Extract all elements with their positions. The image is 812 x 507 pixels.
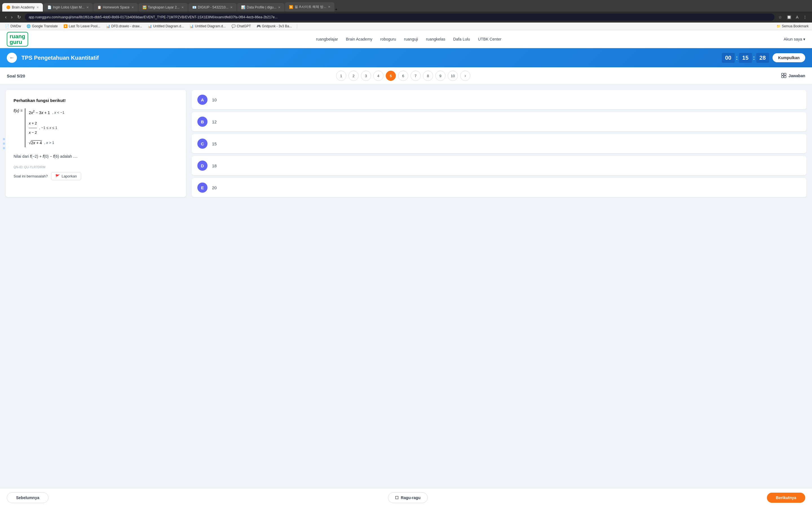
close-tab-4[interactable]: ✕: [181, 6, 184, 9]
tab-icon-1: 🟠: [6, 5, 10, 9]
nav-roboguru[interactable]: roboguru: [380, 37, 396, 41]
exam-title: TPS Pengetahuan Kuantitatif: [21, 55, 99, 61]
question-num-10[interactable]: 10: [448, 71, 458, 81]
main-content: Perhatikan fungsi berikut! f(x) = 2x2 − …: [0, 84, 812, 203]
tab-korean[interactable]: ▶️ 필 A사이트 해체 방... ✕: [285, 2, 335, 11]
forward-button[interactable]: ›: [9, 13, 14, 21]
bookmarks-folder[interactable]: 📁 Semua Bookmark: [776, 24, 809, 28]
bookmark-untitled-2[interactable]: 📊 Untitled Diagram.d...: [188, 24, 227, 29]
question-num-3[interactable]: 3: [361, 71, 371, 81]
menu-button[interactable]: ⋮: [801, 14, 809, 20]
logo-text: ruang guru: [10, 34, 26, 45]
tab-label-6: Data Profile | digu...: [247, 5, 276, 9]
question-num-4[interactable]: 4: [373, 71, 384, 81]
bookmark-dfd-drawio[interactable]: 📊 DFD.drawio - draw...: [104, 24, 144, 29]
back-button[interactable]: ‹: [3, 13, 8, 21]
close-tab-5[interactable]: ✕: [230, 6, 233, 9]
bookmark-translate-icon: 🌐: [27, 24, 31, 28]
piecewise-cond-1: , x < −1: [52, 109, 64, 117]
bookmark-untitled1-icon: 📊: [148, 24, 152, 28]
close-tab-6[interactable]: ✕: [278, 6, 281, 9]
function-display: f(x) = 2x2 − 3x + 1 , x < −1 x + 2 x − 2: [13, 108, 178, 147]
nav-ruanguji[interactable]: ruanguji: [404, 37, 418, 41]
svg-rect-1: [784, 73, 786, 75]
bookmark-dwdw[interactable]: 📄 DWDw: [3, 24, 22, 29]
close-tab-2[interactable]: ✕: [86, 6, 89, 9]
bookmark-last-to-leave[interactable]: ▶️ Last To Leave Pool...: [62, 24, 102, 29]
bookmark-pool-label: Last To Leave Pool...: [69, 24, 100, 28]
answer-option-e[interactable]: E 20: [192, 178, 806, 197]
bookmark-untitled2-label: Untitled Diagram.d...: [195, 24, 225, 28]
answer-letter-c: C: [197, 138, 207, 149]
bookmark-chatgpt-icon: 💬: [232, 24, 236, 28]
question-num-2[interactable]: 2: [349, 71, 359, 81]
answer-option-b[interactable]: B 12: [192, 112, 806, 131]
answer-option-a[interactable]: A 10: [192, 90, 806, 109]
url-input[interactable]: [25, 13, 774, 21]
timer-seconds: 28: [756, 53, 769, 63]
question-num-1[interactable]: 1: [336, 71, 346, 81]
tab-label-3: Homework Space: [103, 5, 130, 9]
bookmarks-folder-label: Semua Bookmark: [782, 24, 809, 28]
tab-homework-space[interactable]: 📋 Homework Space ✕: [93, 3, 138, 11]
close-tab-1[interactable]: ✕: [36, 6, 39, 9]
nav-brain-academy[interactable]: Brain Academy: [346, 37, 372, 41]
refresh-button[interactable]: ↻: [15, 13, 22, 21]
nav-utbk-center[interactable]: UTBK Center: [478, 37, 501, 41]
answer-letter-e: E: [197, 182, 207, 193]
exam-back-button[interactable]: ←: [7, 53, 17, 63]
close-tab-7[interactable]: ✕: [328, 5, 331, 9]
answer-value-b: 12: [212, 119, 217, 124]
tab-label-7: 필 A사이트 해체 방...: [295, 4, 326, 9]
nav-dafa-lulu[interactable]: Dafa Lulu: [453, 37, 470, 41]
report-section: Soal ini bermasalah? 🚩 Laporkan: [13, 172, 178, 180]
tab-brain-academy[interactable]: 🟠 Brain Academy ✕: [2, 3, 43, 11]
tab-tangkapan[interactable]: 🖼️ Tangkapan Layar 2... ✕: [139, 3, 188, 11]
extension-button[interactable]: 🔲: [785, 14, 793, 20]
bookmarks-bar: 📄 DWDw 🌐 Google Translate ▶️ Last To Lea…: [0, 22, 812, 30]
bookmark-untitled-1[interactable]: 📊 Untitled Diagram.d...: [146, 24, 186, 29]
profile-button[interactable]: A: [794, 14, 800, 20]
logo[interactable]: ruang guru: [7, 32, 34, 47]
tab-data-profile[interactable]: 📊 Data Profile | digu... ✕: [237, 3, 285, 11]
question-num-9[interactable]: 9: [435, 71, 446, 81]
question-num-8[interactable]: 8: [423, 71, 433, 81]
new-tab-button[interactable]: +: [335, 7, 337, 11]
flag-icon: 🚩: [55, 174, 60, 178]
close-tab-3[interactable]: ✕: [132, 6, 134, 9]
answer-value-c: 15: [212, 142, 217, 146]
question-num-7[interactable]: 7: [410, 71, 421, 81]
report-button[interactable]: 🚩 Laporkan: [51, 172, 81, 180]
bookmark-gridpunk[interactable]: 🎮 Gridpunk - 3v3 Ba...: [255, 24, 294, 29]
tab-ingin-lolos[interactable]: 📄 Ingin Lolos Ujian M... ✕: [43, 3, 93, 11]
bookmark-dfd-icon: 📊: [106, 24, 110, 28]
question-instruction: Nilai dari f(−2) + f(0) − f(6) adalah ..…: [13, 154, 178, 159]
nav-ruangkelas[interactable]: ruangkelas: [426, 37, 446, 41]
account-label: Akun saya: [784, 37, 802, 41]
bookmark-untitled2-icon: 📊: [190, 24, 194, 28]
question-num-next[interactable]: ›: [460, 71, 470, 81]
bookmark-google-translate[interactable]: 🌐 Google Translate: [25, 24, 59, 29]
bookmark-star-button[interactable]: ☆: [777, 14, 784, 20]
answer-option-d[interactable]: D 18: [192, 156, 806, 175]
bookmark-dfd-label: DFD.drawio - draw...: [111, 24, 142, 28]
tab-label-1: Brain Academy: [12, 5, 35, 9]
nav-ruangbelajar[interactable]: ruangbelajar: [316, 37, 338, 41]
chevron-down-icon: ▾: [803, 37, 805, 41]
decorative-dots: [3, 138, 5, 149]
answer-option-c[interactable]: C 15: [192, 134, 806, 153]
arrow-left-icon: ←: [9, 55, 14, 61]
timer-minutes: 15: [739, 53, 752, 63]
tab-label-2: Ingin Lolos Ujian M...: [53, 5, 85, 9]
answer-value-d: 18: [212, 163, 217, 168]
question-num-6[interactable]: 6: [398, 71, 408, 81]
account-button[interactable]: Akun saya ▾: [784, 37, 805, 41]
tab-digiup[interactable]: 📧 DIGIUP - 5432210... ✕: [188, 3, 237, 11]
question-num-5[interactable]: 5: [386, 71, 396, 81]
submit-button[interactable]: Kumpulkan: [772, 53, 805, 62]
jawaban-button[interactable]: Jawaban: [781, 73, 805, 79]
bookmark-chatgpt[interactable]: 💬 ChatGPT: [230, 24, 253, 29]
bookmark-chatgpt-label: ChatGPT: [237, 24, 251, 28]
question-header: Perhatikan fungsi berikut!: [13, 98, 178, 103]
bookmark-gridpunk-label: Gridpunk - 3v3 Ba...: [262, 24, 292, 28]
